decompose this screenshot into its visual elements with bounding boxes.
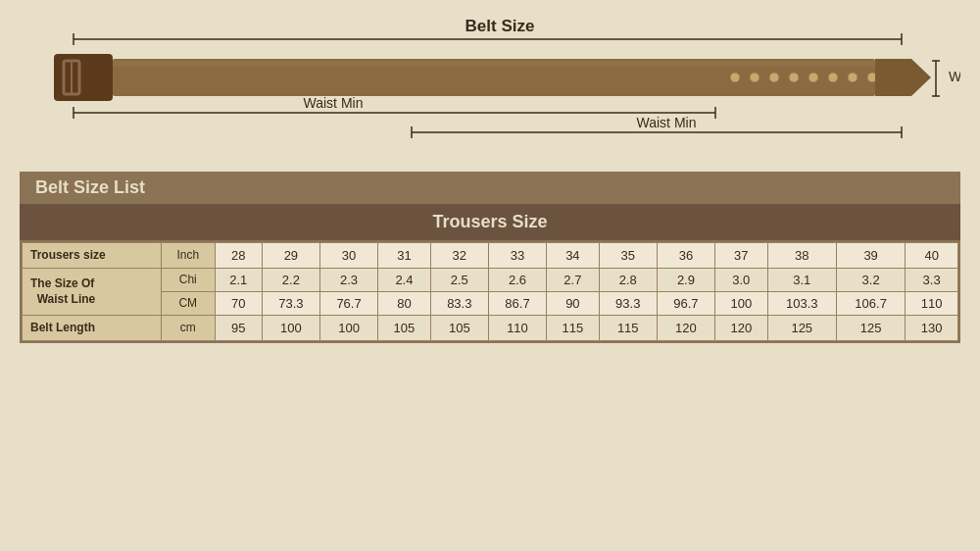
svg-point-8 [730,73,740,82]
waist-min-label1: Waist Min [304,95,364,111]
belt-svg-container: Belt Size [20,10,960,162]
svg-point-11 [789,73,799,82]
trousers-size-header: Trousers Size [20,204,960,240]
belt-diagram: Belt Size [20,10,960,172]
svg-rect-7 [113,61,875,67]
waist-min-label2: Waist Min [637,115,697,130]
svg-point-10 [769,73,779,82]
svg-point-12 [808,73,818,82]
table-row: The Size Of Waist LineChi2.12.22.32.42.5… [23,268,958,291]
width-label: Width [949,69,960,84]
table-row: CM7073.376.78083.386.79093.396.7100103.3… [23,291,958,315]
table-row: Belt Lengthcm951001001051051101151151201… [23,315,958,340]
svg-point-13 [828,73,838,82]
svg-point-9 [750,73,760,82]
belt-size-title: Belt Size [466,17,535,35]
table-row: Trousers sizeInch28293031323334353637383… [23,243,958,269]
svg-point-14 [848,73,858,82]
svg-marker-16 [875,59,931,96]
size-table: Trousers sizeInch28293031323334353637383… [22,242,958,341]
size-table-wrapper: Trousers sizeInch28293031323334353637383… [20,240,960,343]
belt-size-list-header: Belt Size List [20,172,960,204]
